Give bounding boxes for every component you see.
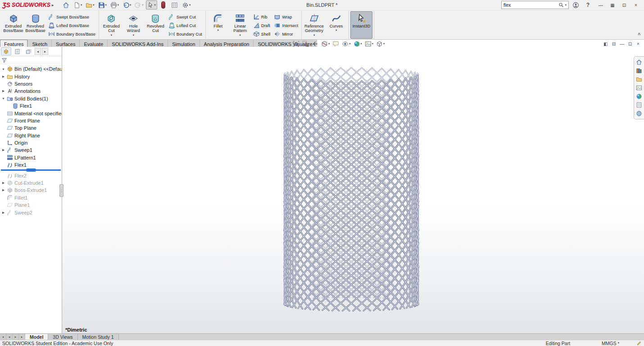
- tree-item-flex1[interactable]: Flex1: [0, 102, 62, 109]
- rollback-bar[interactable]: [1, 169, 61, 171]
- tree-item-right-plane[interactable]: Right Plane: [0, 132, 62, 139]
- ribbon-lofted-cut-button[interactable]: Lofted Cut: [167, 21, 204, 30]
- home-button[interactable]: [61, 0, 71, 9]
- featuremanager-tree-tab[interactable]: [1, 47, 11, 55]
- ribbon-extruded-cut-button[interactable]: Extruded Cut▾: [100, 11, 122, 39]
- solidworks-resources-tab[interactable]: [635, 59, 644, 66]
- dropdown-caret[interactable]: ▾: [313, 34, 315, 37]
- print-button[interactable]: ▾: [109, 0, 120, 9]
- solidworks-forum-tab[interactable]: [635, 110, 644, 117]
- ribbon-rib-button[interactable]: Rib: [251, 13, 272, 21]
- dropdown-caret[interactable]: ▾: [189, 4, 190, 7]
- evaluate-table-button[interactable]: [169, 0, 180, 9]
- window-grid-button[interactable]: ▦: [607, 0, 618, 9]
- ribbon-instant3d-button[interactable]: Instant3D: [350, 11, 372, 39]
- dropdown-caret[interactable]: ▾: [118, 4, 119, 7]
- ribbon-revolved-boss-base-button[interactable]: Revolved Boss/Base: [24, 11, 46, 39]
- ribbon-intersect-button[interactable]: Intersect: [272, 21, 300, 30]
- ribbon-extruded-boss-base-button[interactable]: Extruded Boss/Base: [2, 11, 24, 39]
- options-button[interactable]: ▾: [181, 0, 192, 9]
- scroll-first-button[interactable]: ◄: [0, 334, 6, 340]
- expand-arrow[interactable]: ▶: [1, 211, 5, 214]
- minimize-button[interactable]: —: [595, 0, 607, 9]
- split-view-button[interactable]: ◧: [602, 40, 609, 47]
- tree-item-fillet1[interactable]: Fillet1: [0, 194, 62, 201]
- scroll-prev-button[interactable]: ◄: [6, 334, 13, 340]
- scroll-next-button[interactable]: ►: [13, 334, 19, 340]
- dropdown-caret[interactable]: ▾: [111, 34, 112, 37]
- file-explorer-tab[interactable]: [635, 76, 644, 83]
- expand-arrow[interactable]: ▶: [1, 148, 5, 152]
- search-dropdown-caret[interactable]: ▾: [565, 4, 567, 7]
- tree-item-sweep2[interactable]: ▶Sweep2: [0, 209, 62, 216]
- dropdown-caret[interactable]: ▾: [361, 42, 362, 46]
- panel-splitter[interactable]: ⋮: [59, 184, 63, 197]
- tree-item-sensors[interactable]: Sensors: [0, 80, 62, 87]
- expand-arrow[interactable]: ▼: [1, 68, 5, 71]
- dropdown-caret[interactable]: ▾: [133, 34, 134, 37]
- tree-item-bin-default-default[interactable]: ▼Bin (Default) <<Default: [0, 65, 62, 73]
- property-manager-tab[interactable]: [12, 47, 23, 55]
- appearances-scenes-tab[interactable]: [635, 93, 644, 100]
- ribbon-fillet-button[interactable]: Fillet▾: [207, 11, 229, 39]
- tag-editor-icon[interactable]: [636, 341, 642, 346]
- status-pill-button[interactable]: [158, 0, 168, 9]
- ribbon-linear-pattern-button[interactable]: Linear Pattern▾: [229, 11, 251, 39]
- scroll-right-button[interactable]: ▸: [42, 48, 48, 55]
- help-button[interactable]: ?: [583, 0, 593, 9]
- ribbon-boundary-cut-button[interactable]: Boundary Cut: [167, 30, 204, 38]
- login-button[interactable]: [571, 0, 581, 9]
- study-tab-motion-study-1[interactable]: Motion Study 1: [78, 334, 119, 340]
- dropdown-caret[interactable]: ▾: [154, 4, 156, 7]
- feature-filter-row[interactable]: [0, 56, 62, 64]
- redo-button[interactable]: ▾: [133, 0, 145, 9]
- dropdown-caret[interactable]: ▾: [372, 42, 373, 46]
- ribbon-swept-cut-button[interactable]: Swept Cut: [167, 13, 204, 21]
- study-tab-3d-views[interactable]: 3D Views: [48, 334, 77, 340]
- expand-arrow[interactable]: ▶: [1, 89, 5, 93]
- restore-button[interactable]: ⊡: [618, 0, 630, 9]
- search-input[interactable]: flex: [503, 2, 557, 8]
- search-icon[interactable]: [558, 2, 564, 8]
- ribbon-lofted-boss-base-button[interactable]: Lofted Boss/Base: [46, 21, 97, 30]
- dropdown-caret[interactable]: ▾: [105, 4, 107, 7]
- tree-item-history[interactable]: ▶History: [0, 73, 62, 80]
- close-button[interactable]: ×: [630, 0, 642, 9]
- new-document-button[interactable]: ▾: [72, 0, 83, 9]
- search-box[interactable]: flex ▾: [501, 1, 569, 9]
- view-palette-tab[interactable]: [635, 84, 644, 91]
- tree-item-solid-bodies-1[interactable]: ▼Solid Bodies(1): [0, 95, 62, 102]
- mesh-cylinder-model[interactable]: [62, 47, 644, 334]
- tree-item-annotations[interactable]: ▶AAnnotations: [0, 87, 62, 95]
- rollback-grip[interactable]: [26, 168, 36, 172]
- tree-item-flex1[interactable]: Flex1: [0, 161, 62, 168]
- logo-expand-arrow[interactable]: ▸: [52, 3, 54, 7]
- custom-properties-tab[interactable]: [635, 101, 644, 109]
- select-button[interactable]: ▾: [146, 0, 157, 9]
- expand-arrow[interactable]: ▶: [1, 181, 5, 185]
- dropdown-caret[interactable]: ▾: [218, 29, 219, 32]
- expand-arrow[interactable]: ▶: [1, 75, 5, 78]
- doc-minimize-button[interactable]: —: [618, 40, 626, 47]
- open-button[interactable]: ▾: [84, 0, 95, 9]
- study-tab-model[interactable]: Model: [25, 334, 48, 340]
- tree-item-origin[interactable]: Origin: [0, 139, 62, 146]
- ribbon-boundary-boss-base-button[interactable]: Boundary Boss/Base: [46, 30, 97, 38]
- ribbon-wrap-button[interactable]: Wrap: [272, 13, 300, 21]
- ribbon-swept-boss-base-button[interactable]: Swept Boss/Base: [46, 13, 97, 21]
- tree-item-front-plane[interactable]: Front Plane: [0, 117, 62, 124]
- scroll-last-button[interactable]: ►: [19, 334, 25, 340]
- tree-item-material-not-specified[interactable]: Material <not specified>: [0, 109, 62, 117]
- expand-arrow[interactable]: ▶: [1, 188, 5, 192]
- save-button[interactable]: ▾: [97, 0, 108, 9]
- ribbon-hole-wizard-button[interactable]: Hole Wizard▾: [122, 11, 145, 39]
- dropdown-caret[interactable]: ▾: [383, 42, 385, 46]
- pane-view-button[interactable]: ⊟: [610, 40, 617, 47]
- tree-item-plane1[interactable]: Plane1: [0, 201, 62, 209]
- dropdown-caret[interactable]: ▾: [81, 4, 82, 7]
- graphics-area[interactable]: *Dimetric: [62, 47, 644, 334]
- dropdown-caret[interactable]: ▾: [349, 42, 350, 46]
- expand-arrow[interactable]: ▼: [1, 97, 5, 100]
- scroll-left-button[interactable]: ◂: [35, 48, 41, 55]
- tree-item-cut-extrude1[interactable]: ▶Cut-Extrude1: [0, 179, 62, 187]
